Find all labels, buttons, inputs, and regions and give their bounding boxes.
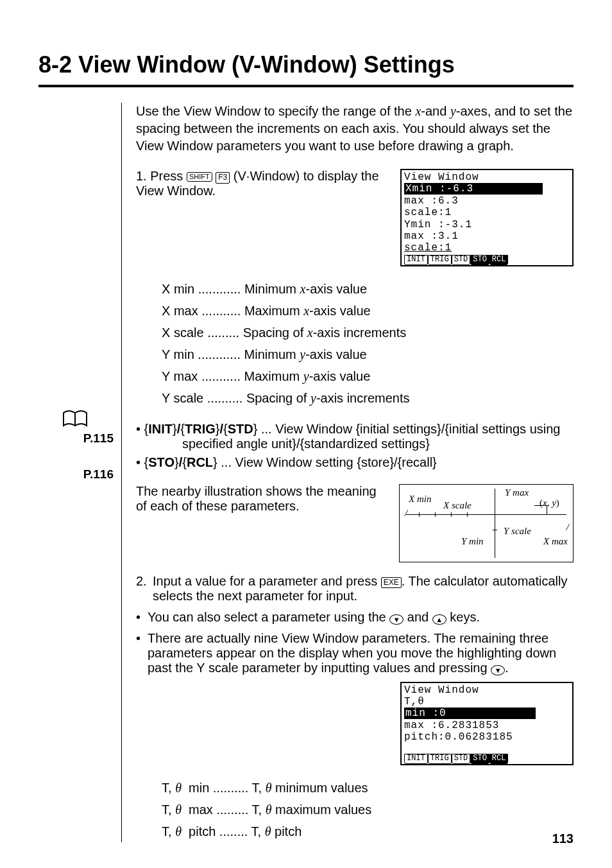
exe-key-icon: EXE xyxy=(381,577,402,589)
sk2-init: INIT xyxy=(404,754,428,764)
t-theta-definitions: T, θ min .......... T, θ minimum values … xyxy=(136,777,574,842)
diag-ymin: Y min xyxy=(461,536,484,547)
page-number: 113 xyxy=(552,831,574,846)
sk-trig: TRIG xyxy=(428,255,452,265)
diag-ymax: Y max xyxy=(505,487,529,498)
step-2: 2. Input a value for a parameter and pre… xyxy=(136,574,574,603)
bullet-sto-rcl: • {STO}/{RCL} ... View Window setting {s… xyxy=(136,455,574,470)
calculator-screen-2: View Window T,θ min :0 max :6.2831853 pi… xyxy=(400,682,574,766)
intro-paragraph: Use the View Window to specify the range… xyxy=(136,103,574,155)
f3-key-icon: F3 xyxy=(216,172,230,184)
sk-rcl: RCL xyxy=(489,255,509,265)
calc1-softkeys: INIT TRIG STD STO RCL xyxy=(404,255,570,265)
diag-xy: (x, y) xyxy=(540,498,559,508)
down-key-icon: ▼ xyxy=(389,614,404,625)
calc2-title: View Window xyxy=(404,684,570,696)
step-1: 1. Press SHIFT F3 (V·Window) to display … xyxy=(136,169,400,198)
diag-xmin: X min xyxy=(409,494,431,505)
bullet1-cont: specified angle unit}/{standardized sett… xyxy=(136,437,574,451)
calc2-softkeys: INIT TRIG STD STO RCL xyxy=(404,754,570,764)
sk-sto: STO xyxy=(470,255,489,265)
def-xmax: X max ........... Maximum x-axis value xyxy=(162,300,574,322)
up-key-icon: ▲ xyxy=(432,614,446,625)
axis-diagram: X min X scale Y max (x, y) Y min Y scale… xyxy=(399,484,574,562)
def-tmin: T, θ min .......... T, θ minimum values xyxy=(162,777,574,799)
def-ymax: Y max ........... Maximum y-axis value xyxy=(162,365,574,387)
def-xmin: X min ............ Minimum x-axis value xyxy=(162,278,574,300)
diag-xmax: X max xyxy=(543,536,568,547)
calc1-max1: max :6.3 xyxy=(404,195,570,207)
calc1-ymin: Ymin :-3.1 xyxy=(404,219,570,230)
calc2-ttheta: T,θ xyxy=(404,696,570,707)
body-column: Use the View Window to specify the range… xyxy=(122,103,574,842)
illustration-text: The nearby illustration shows the meanin… xyxy=(136,484,399,514)
page-ref-115: P.115 xyxy=(83,431,114,446)
sub-bullet-nine-params: • There are actually nine View Window pa… xyxy=(136,631,574,675)
calc1-scale2: scale:1 xyxy=(404,242,570,254)
calc1-scale1: scale:1 xyxy=(404,207,570,218)
bullet-init-trig-std: • {INIT}/{TRIG}/{STD} ... View Window {i… xyxy=(136,422,574,451)
diag-xscale: X scale xyxy=(443,500,472,511)
intro-text: Use the View Window to specify the range… xyxy=(136,104,572,153)
book-icon xyxy=(62,408,88,433)
def-xscale: X scale ......... Spacing of x-axis incr… xyxy=(162,322,574,343)
def-yscale: Y scale .......... Spacing of y-axis inc… xyxy=(162,387,574,409)
def-ymin: Y min ............ Minimum y-axis value xyxy=(162,343,574,365)
diag-yscale: Y scale xyxy=(504,526,531,537)
def-tmax: T, θ max ......... T, θ maximum values xyxy=(162,799,574,820)
sub-bullet-arrows: • You can also select a parameter using … xyxy=(136,610,574,625)
sk2-std: STD xyxy=(452,754,471,764)
sk2-rcl: RCL xyxy=(489,754,509,764)
def-tpitch: T, θ pitch ........ T, θ pitch xyxy=(162,820,574,842)
step-2-block: 2. Input a value for a parameter and pre… xyxy=(136,574,574,675)
title-rule xyxy=(38,85,574,87)
sk-init: INIT xyxy=(404,255,428,265)
calculator-screen-1: View Window Xmin :-6.3 max :6.3 scale:1 … xyxy=(400,169,574,266)
calc1-xmin: Xmin :-6.3 xyxy=(404,183,570,195)
sk2-trig: TRIG xyxy=(428,754,452,764)
step1-prefix: 1. Press xyxy=(136,169,187,183)
down-key-icon-2: ▼ xyxy=(491,665,505,675)
sk-std: STD xyxy=(452,255,471,265)
calc2-pitch: pitch:0.06283185 xyxy=(404,731,570,743)
page-ref-116: P.116 xyxy=(83,467,114,482)
sk2-sto: STO xyxy=(470,754,489,764)
calc1-title: View Window xyxy=(404,171,570,183)
calc2-min: min :0 xyxy=(404,707,570,719)
margin-column: P.115 P.116 xyxy=(38,103,122,842)
calc1-max2: max :3.1 xyxy=(404,230,570,242)
shift-key-icon: SHIFT xyxy=(187,172,212,182)
section-title: 8-2 View Window (V-Window) Settings xyxy=(38,51,574,78)
calc2-max: max :6.2831853 xyxy=(404,720,570,731)
parameter-definitions: X min ............ Minimum x-axis value … xyxy=(136,278,574,409)
